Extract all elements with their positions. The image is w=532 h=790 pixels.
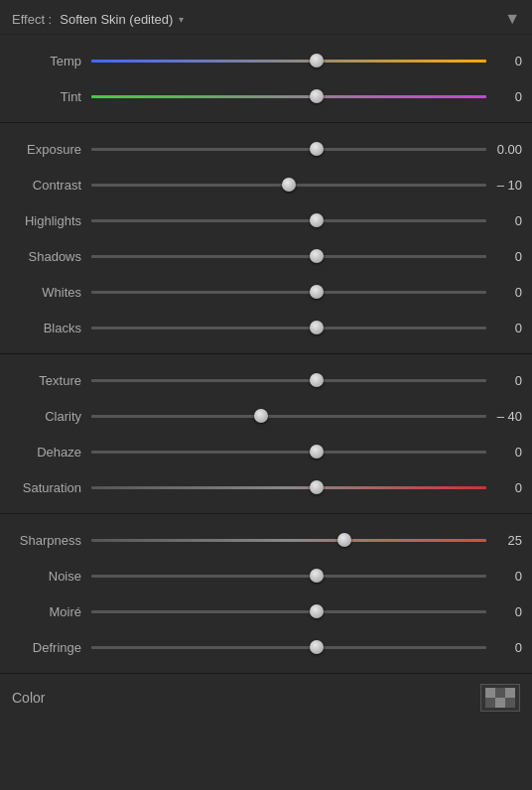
blacks-track bbox=[91, 327, 486, 329]
contrast-slider-row: Contrast – 10 bbox=[0, 167, 532, 202]
texture-thumb[interactable] bbox=[310, 373, 324, 387]
svg-rect-5 bbox=[505, 698, 515, 708]
dehaze-track bbox=[91, 451, 486, 454]
temp-value: 0 bbox=[486, 54, 522, 68]
contrast-thumb[interactable] bbox=[282, 178, 296, 192]
exposure-track bbox=[91, 148, 486, 151]
temp-track bbox=[91, 60, 486, 63]
color-icon-button[interactable] bbox=[480, 684, 520, 712]
contrast-slider[interactable] bbox=[91, 176, 486, 194]
saturation-slider[interactable] bbox=[91, 478, 486, 496]
contrast-value: – 10 bbox=[486, 178, 522, 193]
moire-label: Moiré bbox=[10, 604, 91, 619]
blacks-thumb[interactable] bbox=[310, 321, 324, 334]
texture-value: 0 bbox=[486, 373, 522, 388]
contrast-label: Contrast bbox=[10, 178, 91, 193]
clarity-track bbox=[91, 415, 486, 418]
whites-value: 0 bbox=[486, 285, 522, 300]
moire-value: 0 bbox=[486, 604, 522, 619]
temp-thumb[interactable] bbox=[310, 54, 324, 67]
exposure-slider-row: Exposure 0.00 bbox=[0, 131, 532, 167]
chevron-down-icon: ▾ bbox=[179, 14, 184, 25]
svg-rect-2 bbox=[505, 688, 515, 698]
defringe-slider-row: Defringe 0 bbox=[0, 629, 532, 665]
effect-label: Effect : bbox=[12, 12, 52, 27]
texture-track bbox=[91, 379, 486, 382]
exposure-thumb[interactable] bbox=[310, 142, 324, 156]
defringe-track bbox=[91, 646, 486, 649]
texture-label: Texture bbox=[10, 373, 91, 388]
temp-slider[interactable] bbox=[91, 52, 486, 69]
sharpness-label: Sharpness bbox=[10, 533, 91, 548]
effect-row: Effect : Soften Skin (edited) ▾ ▼ bbox=[0, 0, 532, 35]
sharpness-track bbox=[91, 539, 486, 542]
moire-track bbox=[91, 610, 486, 613]
shadows-thumb[interactable] bbox=[310, 249, 324, 263]
temp-tint-section: Temp 0 Tint 0 bbox=[0, 35, 532, 123]
tint-thumb[interactable] bbox=[310, 89, 324, 103]
dehaze-thumb[interactable] bbox=[310, 445, 324, 459]
texture-slider[interactable] bbox=[91, 371, 486, 389]
color-row: Color bbox=[0, 674, 532, 722]
saturation-slider-row: Saturation 0 bbox=[0, 469, 532, 505]
svg-rect-4 bbox=[495, 698, 505, 708]
highlights-thumb[interactable] bbox=[310, 213, 324, 227]
contrast-track bbox=[91, 184, 486, 187]
highlights-slider[interactable] bbox=[91, 211, 486, 229]
whites-slider-row: Whites 0 bbox=[0, 274, 532, 310]
clarity-value: – 40 bbox=[486, 409, 522, 424]
defringe-thumb[interactable] bbox=[310, 640, 324, 654]
texture-slider-row: Texture 0 bbox=[0, 362, 532, 398]
sharpness-thumb[interactable] bbox=[337, 533, 351, 547]
noise-track bbox=[91, 575, 486, 578]
tint-slider[interactable] bbox=[91, 87, 486, 105]
blacks-slider[interactable] bbox=[91, 319, 486, 336]
clarity-slider-row: Clarity – 40 bbox=[0, 398, 532, 434]
dehaze-slider[interactable] bbox=[91, 443, 486, 461]
sharpness-value: 25 bbox=[486, 533, 522, 548]
sharpness-slider[interactable] bbox=[91, 531, 486, 549]
whites-thumb[interactable] bbox=[310, 285, 324, 299]
clarity-thumb[interactable] bbox=[254, 409, 268, 423]
defringe-slider[interactable] bbox=[91, 638, 486, 656]
highlights-label: Highlights bbox=[10, 213, 91, 228]
exposure-label: Exposure bbox=[10, 142, 91, 157]
noise-slider-row: Noise 0 bbox=[0, 558, 532, 593]
exposure-slider[interactable] bbox=[91, 140, 486, 158]
color-grid-icon bbox=[485, 688, 515, 708]
blacks-value: 0 bbox=[486, 321, 522, 335]
clarity-slider[interactable] bbox=[91, 407, 486, 425]
shadows-slider[interactable] bbox=[91, 247, 486, 265]
saturation-label: Saturation bbox=[10, 480, 91, 495]
shadows-label: Shadows bbox=[10, 249, 91, 264]
effect-select[interactable]: Soften Skin (edited) ▾ bbox=[60, 12, 496, 27]
detail-section: Sharpness 25 Noise 0 Moiré bbox=[0, 514, 532, 674]
moire-slider-row: Moiré 0 bbox=[0, 593, 532, 629]
blacks-label: Blacks bbox=[10, 321, 91, 335]
blacks-slider-row: Blacks 0 bbox=[0, 310, 532, 345]
dehaze-value: 0 bbox=[486, 445, 522, 460]
tint-label: Tint bbox=[10, 89, 91, 104]
noise-slider[interactable] bbox=[91, 567, 486, 585]
svg-rect-1 bbox=[495, 688, 505, 698]
tone-section: Exposure 0.00 Contrast – 10 Highlights bbox=[0, 123, 532, 354]
tint-track bbox=[91, 95, 486, 98]
saturation-track bbox=[91, 486, 486, 489]
temp-slider-row: Temp 0 bbox=[0, 43, 532, 78]
temp-label: Temp bbox=[10, 54, 91, 68]
highlights-slider-row: Highlights 0 bbox=[0, 202, 532, 238]
svg-rect-3 bbox=[485, 698, 495, 708]
saturation-thumb[interactable] bbox=[310, 480, 324, 494]
noise-thumb[interactable] bbox=[310, 569, 324, 583]
highlights-value: 0 bbox=[486, 213, 522, 228]
whites-slider[interactable] bbox=[91, 283, 486, 301]
effect-value: Soften Skin (edited) bbox=[60, 12, 173, 27]
panel: Effect : Soften Skin (edited) ▾ ▼ Temp 0… bbox=[0, 0, 532, 722]
moire-slider[interactable] bbox=[91, 602, 486, 620]
shadows-slider-row: Shadows 0 bbox=[0, 238, 532, 274]
collapse-arrow-icon[interactable]: ▼ bbox=[504, 10, 520, 28]
dehaze-label: Dehaze bbox=[10, 445, 91, 460]
highlights-track bbox=[91, 219, 486, 222]
saturation-value: 0 bbox=[486, 480, 522, 495]
moire-thumb[interactable] bbox=[310, 604, 324, 618]
